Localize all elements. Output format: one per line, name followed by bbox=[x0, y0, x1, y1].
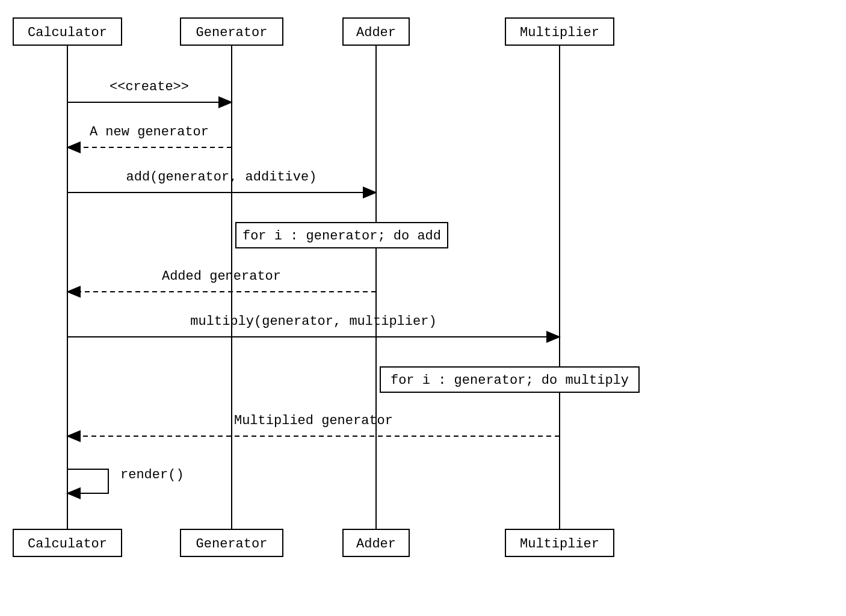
message-render-self: render() bbox=[67, 467, 184, 493]
participant-generator-bottom: Generator bbox=[181, 529, 283, 556]
message-new-generator: A new generator bbox=[67, 125, 232, 147]
message-label: <<create>> bbox=[110, 79, 189, 94]
sequence-diagram: Calculator Generator Adder Multiplier <<… bbox=[0, 0, 846, 616]
note-label: for i : generator; do multiply bbox=[391, 373, 629, 388]
message-label: add(generator, additive) bbox=[126, 170, 317, 185]
message-create: <<create>> bbox=[67, 79, 232, 102]
message-label: Added generator bbox=[162, 269, 281, 284]
note-add-loop: for i : generator; do add bbox=[236, 223, 448, 248]
message-add: add(generator, additive) bbox=[67, 170, 376, 192]
message-multiply: multiply(generator, multiplier) bbox=[67, 314, 560, 337]
message-label: multiply(generator, multiplier) bbox=[190, 314, 436, 329]
participant-label: Multiplier bbox=[520, 537, 599, 552]
participant-generator-top: Generator bbox=[181, 18, 283, 45]
message-label: render() bbox=[120, 467, 184, 482]
note-multiply-loop: for i : generator; do multiply bbox=[380, 367, 639, 392]
message-label: A new generator bbox=[90, 125, 209, 140]
participant-calculator-top: Calculator bbox=[13, 18, 122, 45]
participant-label: Calculator bbox=[28, 25, 107, 40]
participant-multiplier-top: Multiplier bbox=[505, 18, 614, 45]
note-label: for i : generator; do add bbox=[242, 229, 441, 244]
participant-label: Adder bbox=[356, 537, 396, 552]
participant-label: Generator bbox=[196, 25, 268, 40]
message-multiplied-generator: Multiplied generator bbox=[67, 413, 560, 436]
participant-adder-top: Adder bbox=[343, 18, 409, 45]
participant-label: Calculator bbox=[28, 537, 107, 552]
participant-label: Generator bbox=[196, 537, 268, 552]
participant-label: Multiplier bbox=[520, 25, 599, 40]
participant-multiplier-bottom: Multiplier bbox=[505, 529, 614, 556]
participant-adder-bottom: Adder bbox=[343, 529, 409, 556]
message-label: Multiplied generator bbox=[234, 413, 393, 428]
message-added-generator: Added generator bbox=[67, 269, 376, 292]
participant-label: Adder bbox=[356, 25, 396, 40]
participant-calculator-bottom: Calculator bbox=[13, 529, 122, 556]
